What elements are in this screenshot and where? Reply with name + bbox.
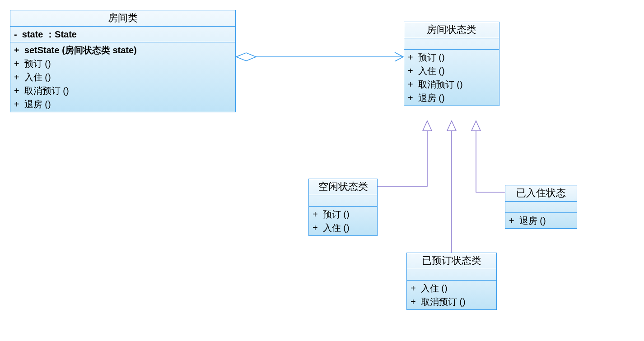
class-idle-operations: + 预订 () + 入住 () — [309, 207, 377, 235]
class-occupied[interactable]: 已入住状态 + 退房 () — [505, 185, 577, 229]
gen-arrowhead-occupied — [471, 121, 481, 131]
class-idle-title: 空闲状态类 — [309, 179, 377, 195]
class-occupied-attributes — [505, 202, 577, 213]
gen-line-idle — [378, 131, 427, 186]
class-state-operations: + 预订 () + 入住 () + 取消预订 () + 退房 () — [404, 50, 499, 106]
class-booked[interactable]: 已预订状态类 + 入住 () + 取消预订 () — [406, 253, 497, 310]
class-state-attributes — [404, 38, 499, 50]
class-occupied-title: 已入住状态 — [505, 185, 577, 202]
class-booked-title: 已预订状态类 — [407, 253, 496, 269]
gen-arrowhead-booked — [447, 121, 456, 131]
gen-line-occupied — [476, 131, 505, 192]
class-idle-attributes — [309, 195, 377, 207]
class-state-title: 房间状态类 — [404, 22, 499, 38]
aggregation-room-to-state — [236, 52, 403, 61]
svg-marker-0 — [236, 53, 256, 61]
class-booked-attributes — [407, 269, 496, 281]
class-room-attributes: - state ：State — [10, 27, 235, 42]
class-idle[interactable]: 空闲状态类 + 预订 () + 入住 () — [308, 179, 378, 236]
class-room-title: 房间类 — [10, 10, 235, 27]
class-booked-operations: + 入住 () + 取消预订 () — [407, 281, 496, 309]
class-occupied-operations: + 退房 () — [505, 213, 577, 228]
class-room-operations: + setState (房间状态类 state) + 预订 () + 入住 ()… — [10, 42, 235, 112]
class-room[interactable]: 房间类 - state ：State + setState (房间状态类 sta… — [10, 10, 236, 112]
gen-arrowhead-idle — [423, 121, 432, 131]
class-state[interactable]: 房间状态类 + 预订 () + 入住 () + 取消预订 () + 退房 () — [404, 22, 499, 106]
